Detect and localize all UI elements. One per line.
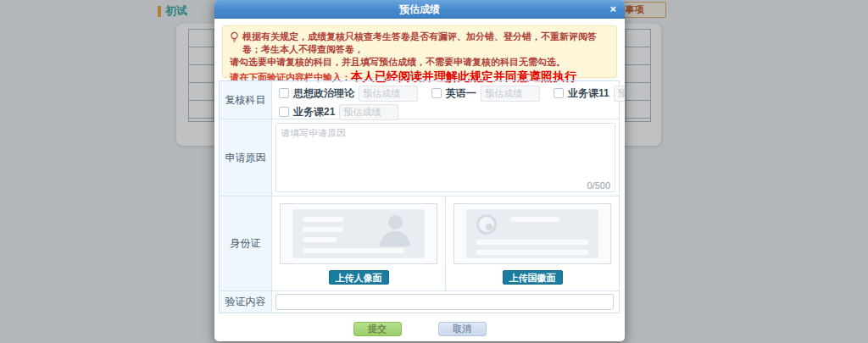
upload-emblem-button[interactable]: 上传国徽面 (503, 270, 563, 285)
review-form: 复核科目 思想政治理论 英语一 (219, 80, 620, 313)
idcard-portrait-placeholder (280, 203, 437, 264)
card-line (476, 250, 588, 255)
submit-button[interactable]: 提交 (353, 322, 402, 336)
card-line (303, 217, 343, 222)
emblem-icon-dot (486, 224, 492, 230)
upload-portrait-button[interactable]: 上传人像面 (329, 270, 389, 285)
cancel-button[interactable]: 取消 (438, 322, 487, 336)
card-line (510, 217, 559, 222)
checkbox-english[interactable] (431, 88, 442, 98)
notice-line2: 请勾选要申请复核的科目，并且填写预估成绩，不需要申请复核的科目无需勾选。 (230, 56, 609, 69)
idcard-row: 身份证 上传人像面 (220, 196, 619, 291)
reason-label: 申请原因 (220, 119, 272, 196)
card-line (303, 248, 404, 253)
page-background: 初试 意事项 预估成绩 × (0, 0, 868, 343)
person-silhouette-body (380, 231, 410, 246)
verify-row: 验证内容 (220, 291, 619, 313)
score-input-english[interactable] (481, 86, 540, 102)
reason-textarea[interactable] (275, 123, 615, 192)
verify-label: 验证内容 (220, 291, 272, 313)
card-line (476, 240, 588, 245)
dialog-footer: 提交 取消 (214, 322, 625, 336)
char-counter: 0/500 (587, 180, 610, 191)
subject-name: 业务课21 (293, 105, 335, 119)
subjects-row: 复核科目 思想政治理论 英语一 (220, 81, 619, 119)
checkbox-major2[interactable] (279, 107, 289, 117)
subject-group-politics: 思想政治理论 (279, 86, 418, 102)
checkbox-major1[interactable] (554, 88, 564, 98)
card-line (303, 237, 337, 242)
subject-name: 思想政治理论 (293, 86, 354, 101)
verify-input[interactable] (275, 294, 614, 310)
subject-name: 业务课11 (568, 86, 609, 101)
person-silhouette-icon (388, 215, 403, 230)
lightbulb-icon (230, 31, 239, 47)
score-input-politics[interactable] (359, 86, 418, 102)
subjects-label: 复核科目 (220, 81, 272, 119)
notice-line1: 根据有关规定，成绩复核只核查考生答卷是否有漏评、加分错、登分错，不重新评阅答卷；… (242, 30, 609, 56)
dialog-header: 预估成绩 × (214, 0, 625, 19)
subject-name: 英语一 (446, 86, 476, 101)
subject-group-major2: 业务课21 (279, 104, 398, 120)
card-line (303, 227, 343, 232)
idcard-emblem-placeholder (453, 203, 611, 264)
dialog-title: 预估成绩 (214, 0, 625, 19)
score-input-major2[interactable] (339, 104, 398, 120)
idcard-label: 身份证 (220, 196, 272, 290)
notice-box: 根据有关规定，成绩复核只核查考生答卷是否有漏评、加分错、登分错，不重新评阅答卷；… (222, 25, 617, 78)
estimated-score-dialog: 预估成绩 × 根据有关规定，成绩复核只核查考生答卷是否有漏评、加分错、登分错，不… (214, 0, 625, 341)
reason-row: 申请原因 0/500 (220, 119, 619, 196)
score-input-major1[interactable] (614, 86, 625, 102)
subject-group-major1: 业务课11 (554, 86, 625, 102)
checkbox-politics[interactable] (279, 88, 289, 98)
close-icon[interactable]: × (609, 0, 616, 19)
subject-group-english: 英语一 (431, 86, 540, 102)
